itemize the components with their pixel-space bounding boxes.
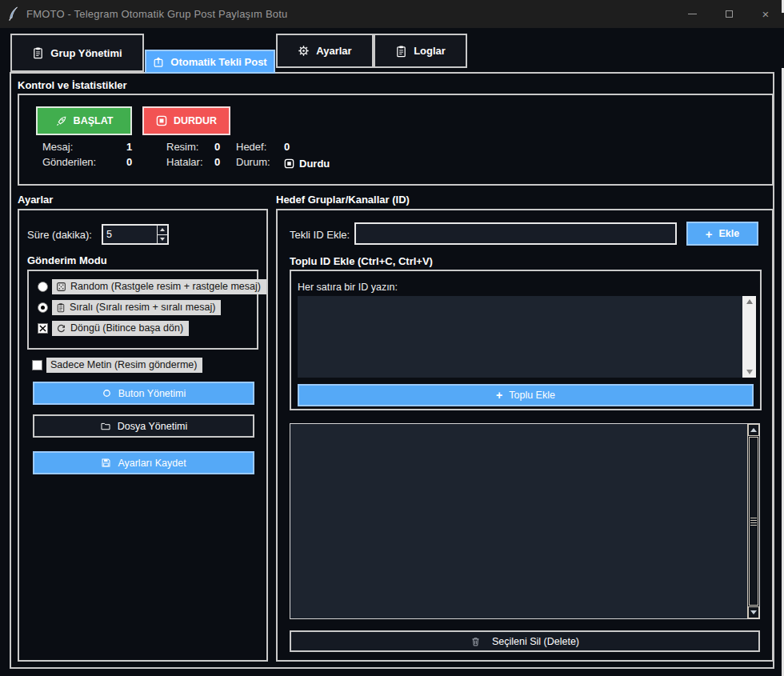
bulk-id-text-region[interactable] (298, 296, 742, 378)
tab-label: Ayarlar (316, 45, 351, 57)
titlebar: FMOTO - Telegram Otomatik Grup Post Payl… (0, 0, 784, 28)
stat-label: Hatalar: (166, 156, 214, 171)
triangle-down-icon (160, 238, 165, 241)
checkbox-unchecked-icon (32, 360, 42, 370)
triangle-up-icon (160, 228, 165, 231)
maximize-icon (726, 10, 733, 18)
button-manage-button[interactable]: Buton Yönetimi (33, 382, 254, 405)
duration-label: Süre (dakika): (27, 229, 92, 241)
bulk-add-label: Toplu Ekle (509, 390, 555, 401)
status-text: Durdu (299, 158, 330, 170)
minimize-button[interactable] (674, 0, 710, 28)
stat-value: 0 (214, 156, 236, 171)
stat-value: 0 (126, 156, 166, 171)
stat-label: Durum: (236, 156, 284, 171)
start-button-label: BAŞLAT (74, 115, 114, 126)
list-icon (56, 302, 66, 313)
rocket-icon (55, 115, 67, 127)
add-id-label: Ekle (719, 228, 740, 239)
close-button[interactable]: × (747, 0, 784, 28)
mode-option-random[interactable]: Random (Rastgele resim + rastgele mesaj) (38, 279, 266, 294)
stop-icon (156, 115, 167, 126)
radio-checked-icon (38, 302, 48, 313)
plus-icon: + (496, 389, 502, 402)
app-feather-icon (7, 6, 19, 22)
stat-label: Resim: (166, 141, 214, 156)
save-settings-button[interactable]: Ayarları Kaydet (33, 451, 254, 474)
scroll-down-button[interactable] (748, 606, 759, 618)
spin-down-button[interactable] (158, 234, 167, 244)
save-icon (101, 458, 111, 468)
target-list-items[interactable] (290, 424, 747, 618)
circle-icon (102, 388, 112, 398)
bulk-add-button[interactable]: + Toplu Ekle (298, 384, 754, 406)
scroll-up-icon (750, 428, 757, 432)
tab-otomatik-tekli-post[interactable]: Otomatik Tekli Post (145, 50, 275, 74)
stat-label: Gönderilen: (42, 156, 126, 171)
tab-grup-yonetimi[interactable]: Grup Yönetimi (10, 34, 144, 72)
close-icon: × (762, 8, 770, 20)
loop-icon (56, 323, 66, 334)
scroll-down-icon (750, 610, 757, 614)
status-value: Durdu (284, 156, 330, 171)
clipboard-icon (395, 45, 407, 58)
scrollbar-thumb[interactable] (749, 437, 758, 606)
stop-button-label: DURDUR (174, 115, 217, 126)
mode-option-label: Random (Rastgele resim + rastgele mesaj) (70, 281, 261, 292)
stat-label: Hedef: (236, 141, 284, 156)
delete-selected-label: Seçileni Sil (Delete) (492, 636, 579, 647)
tab-loglar[interactable]: Loglar (374, 34, 467, 68)
bulk-id-textarea[interactable] (298, 296, 756, 378)
stop-icon (284, 158, 294, 169)
save-settings-label: Ayarları Kaydet (118, 458, 186, 469)
text-only-checkbox[interactable]: Sadece Metin (Resim gönderme) (32, 358, 202, 373)
stat-value: 0 (284, 141, 330, 156)
plus-icon: + (706, 227, 713, 241)
mode-option-label: Döngü (Bitince başa dön) (70, 322, 183, 334)
mode-option-sirali[interactable]: Sıralı (Sıralı resim + sıralı mesaj) (38, 300, 221, 315)
maximize-button[interactable] (710, 0, 747, 28)
clipboard-icon (32, 46, 44, 59)
tab-label: Otomatik Tekli Post (170, 56, 266, 68)
stat-label: Mesaj: (42, 141, 126, 156)
scroll-up-icon (746, 299, 753, 304)
stat-value: 1 (126, 141, 166, 156)
tab-label: Loglar (414, 45, 446, 57)
scroll-down-icon (746, 370, 753, 374)
spin-up-button[interactable] (158, 226, 167, 234)
file-manage-label: Dosya Yönetimi (118, 421, 187, 432)
text-only-label: Sadece Metin (Resim gönderme) (50, 359, 197, 370)
outbox-icon (153, 56, 164, 68)
tab-label: Grup Yönetimi (50, 47, 122, 59)
listbox-scrollbar[interactable] (747, 424, 759, 618)
minimize-icon (688, 14, 697, 14)
trash-icon (470, 636, 481, 647)
single-id-input[interactable] (354, 222, 677, 245)
folder-icon (100, 421, 111, 431)
bulk-hint-label: Her satıra bir ID yazın: (298, 282, 398, 293)
mode-option-dongu[interactable]: Döngü (Bitince başa dön) (38, 321, 189, 336)
duration-spinbox[interactable]: 5 (102, 224, 169, 245)
window-title: FMOTO - Telegram Otomatik Grup Post Payl… (26, 8, 287, 20)
tab-ayarlar[interactable]: Ayarlar (276, 34, 374, 68)
stats-grid: Mesaj: 1 Resim: 0 Hedef: 0 Gönderilen: 0… (42, 141, 330, 171)
settings-section-title: Ayarlar (18, 194, 53, 206)
target-listbox[interactable] (290, 423, 760, 619)
control-section-title: Kontrol ve İstatistikler (18, 79, 127, 91)
single-id-label: Tekli ID Ekle: (290, 229, 350, 241)
stat-value: 0 (214, 141, 236, 156)
checkbox-checked-icon (38, 323, 48, 334)
targets-section-title: Hedef Gruplar/Kanallar (ID) (276, 194, 410, 206)
add-id-button[interactable]: + Ekle (686, 222, 758, 246)
textarea-scrollbar[interactable] (742, 296, 756, 378)
start-button[interactable]: BAŞLAT (36, 106, 132, 135)
delete-selected-button[interactable]: Seçileni Sil (Delete) (290, 630, 760, 652)
button-manage-label: Buton Yönetimi (118, 388, 186, 399)
gear-icon (298, 45, 310, 57)
file-manage-button[interactable]: Dosya Yönetimi (33, 414, 254, 438)
stop-button[interactable]: DURDUR (142, 106, 230, 135)
mode-option-label: Sıralı (Sıralı resim + sıralı mesaj) (70, 302, 215, 313)
scroll-up-button[interactable] (748, 424, 759, 436)
dice-icon (56, 282, 66, 292)
duration-value: 5 (103, 226, 157, 243)
